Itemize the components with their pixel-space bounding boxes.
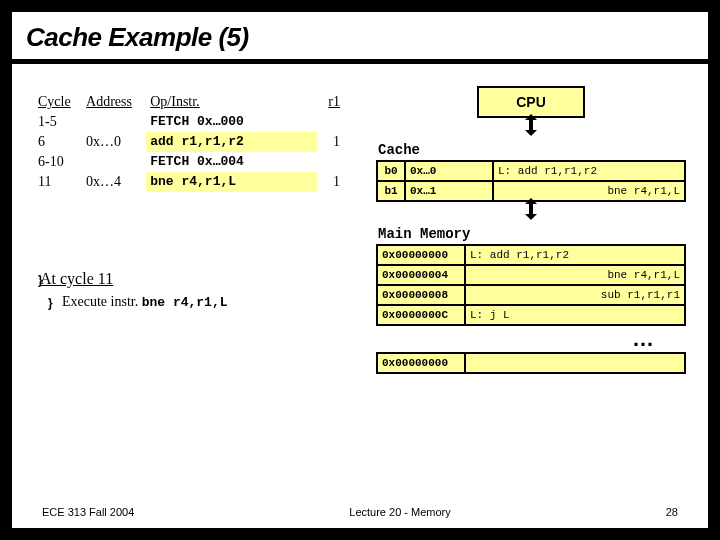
row2-op: FETCH 0x…004 xyxy=(146,152,317,172)
title-rule xyxy=(12,59,708,64)
cache-r0-idx: b0 xyxy=(377,161,405,181)
footer-center: Lecture 20 - Memory xyxy=(349,506,450,518)
mem-tail-addr: 0x00000000 xyxy=(377,353,465,373)
row1-r1: 1 xyxy=(317,132,344,152)
bullet-2: } Execute instr. bne r4,r1,L xyxy=(40,294,360,310)
row1-op: add r1,r1,r2 xyxy=(146,132,317,152)
mem-r1-instr: bne r4,r1,L xyxy=(465,265,685,285)
trace-table: Cycle Address Op/Instr. r1 1-5 FETCH 0x…… xyxy=(34,92,344,192)
row0-cycle: 1-5 xyxy=(34,112,82,132)
hdr-address: Address xyxy=(82,92,146,112)
memory-table: 0x00000000 L: add r1,r1,r2 0x00000004 bn… xyxy=(376,244,686,326)
footer-left: ECE 313 Fall 2004 xyxy=(42,506,134,518)
cache-r1-addr: 0x…1 xyxy=(405,181,493,201)
mem-tail-empty xyxy=(465,353,685,373)
cache-label: Cache xyxy=(378,142,686,158)
cache-r0-addr: 0x…0 xyxy=(405,161,493,181)
mem-r2-addr: 0x00000008 xyxy=(377,285,465,305)
row1-addr: 0x…0 xyxy=(82,132,146,152)
bullet-1-text: cycle 11 xyxy=(60,270,113,287)
memory-ellipsis: … xyxy=(376,326,686,352)
mem-r0-instr: L: add r1,r1,r2 xyxy=(465,245,685,265)
page-title: Cache Example (5) xyxy=(12,12,708,59)
footer-right: 28 xyxy=(666,506,678,518)
bullet-2-mono: bne r4,r1,L xyxy=(142,295,228,310)
cache-r1-idx: b1 xyxy=(377,181,405,201)
slide: Cache Example (5) Cycle Address Op/Instr… xyxy=(12,12,708,528)
mem-r0-addr: 0x00000000 xyxy=(377,245,465,265)
footer: ECE 313 Fall 2004 Lecture 20 - Memory 28 xyxy=(12,506,708,518)
mem-r1-addr: 0x00000004 xyxy=(377,265,465,285)
row2-cycle: 6-10 xyxy=(34,152,82,172)
mem-r2-instr: sub r1,r1,r1 xyxy=(465,285,685,305)
cache-table: b0 0x…0 L: add r1,r1,r2 b1 0x…1 bne r4,r… xyxy=(376,160,686,202)
hdr-cycle: Cycle xyxy=(34,92,82,112)
row1-cycle: 6 xyxy=(34,132,82,152)
row3-r1: 1 xyxy=(317,172,344,192)
row3-op: bne r4,r1,L xyxy=(146,172,317,192)
memory-tail: 0x00000000 xyxy=(376,352,686,374)
row0-addr xyxy=(82,112,146,132)
row0-r1 xyxy=(317,112,344,132)
hdr-r1: r1 xyxy=(317,92,344,112)
row3-addr: 0x…4 xyxy=(82,172,146,192)
cache-r0-instr: L: add r1,r1,r2 xyxy=(493,161,685,181)
row2-r1 xyxy=(317,152,344,172)
bullet-icon-2: } xyxy=(48,296,53,310)
row3-cycle: 11 xyxy=(34,172,82,192)
bullet-2-text: Execute instr. xyxy=(62,294,142,309)
cache-r1-instr: bne r4,r1,L xyxy=(493,181,685,201)
bullet-1-prefix: At xyxy=(40,270,60,287)
diagram: CPU Cache b0 0x…0 L: add r1,r1,r2 b1 0x…… xyxy=(376,86,686,374)
bullets: } At cycle 11 } Execute instr. bne r4,r1… xyxy=(40,270,360,310)
bullet-icon: } xyxy=(38,273,43,287)
bullet-1: } At cycle 11 xyxy=(40,270,360,288)
mem-r3-instr: L: j L xyxy=(465,305,685,325)
memory-label: Main Memory xyxy=(378,226,686,242)
row0-op: FETCH 0x…000 xyxy=(146,112,317,132)
hdr-op: Op/Instr. xyxy=(146,92,317,112)
row2-addr xyxy=(82,152,146,172)
mem-r3-addr: 0x0000000C xyxy=(377,305,465,325)
